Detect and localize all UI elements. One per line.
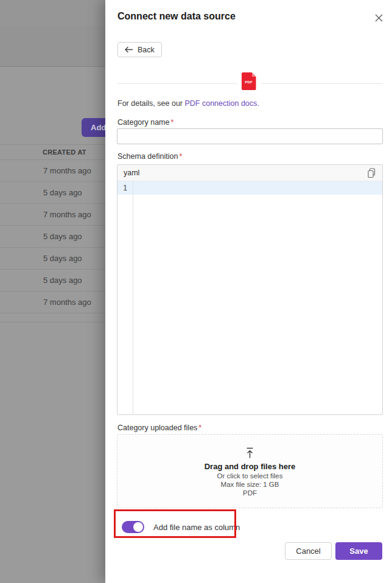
background-topbar — [0, 0, 105, 26]
dropzone-subtitle: Or click to select files — [217, 472, 283, 480]
cancel-button[interactable]: Cancel — [285, 542, 332, 560]
pdf-fold-corner — [252, 72, 256, 77]
back-button-label: Back — [138, 46, 155, 54]
drawer-title: Connect new data source — [117, 11, 236, 22]
add-button: Add — [82, 118, 105, 137]
copy-button[interactable] — [366, 167, 377, 178]
back-button[interactable]: Back — [117, 42, 162, 57]
close-icon — [375, 14, 383, 22]
required-asterisk: * — [179, 152, 182, 161]
background-table: CREATED AT 7 months ago5 days ago7 month… — [0, 144, 105, 323]
uploaded-files-label: Category uploaded files* — [117, 424, 201, 432]
category-name-label: Category name* — [117, 118, 173, 127]
editor-header: yaml — [117, 165, 382, 181]
pdf-docs-link[interactable]: PDF connection docs. — [184, 99, 259, 108]
table-row: 5 days ago — [0, 248, 105, 270]
pdf-file-icon: PDF — [242, 72, 256, 90]
save-button[interactable]: Save — [335, 542, 382, 560]
upload-arrow-icon — [245, 447, 255, 459]
file-dropzone[interactable]: Drag and drop files here Or click to sel… — [117, 434, 383, 508]
editor-active-line — [117, 181, 382, 195]
table-row: 7 months ago — [0, 292, 105, 313]
pdf-icon-label: PDF — [245, 80, 253, 84]
copy-icon — [367, 168, 376, 178]
table-row: 7 months ago — [0, 204, 105, 226]
pdf-icon-wrapper: PDF — [237, 72, 261, 90]
dropzone-allowed-types: PDF — [243, 489, 257, 497]
table-row: 5 days ago — [0, 226, 105, 248]
table-row: 7 months ago — [0, 160, 105, 182]
docs-hint-prefix: For details, see our — [117, 99, 184, 108]
required-asterisk: * — [198, 424, 201, 432]
category-name-input[interactable] — [117, 128, 383, 144]
editor-gutter: 1 — [117, 181, 133, 415]
schema-definition-label: Schema definition* — [117, 152, 182, 161]
table-row: 5 days ago — [0, 182, 105, 204]
docs-hint-text: For details, see our PDF connection docs… — [117, 99, 259, 108]
back-arrow-icon — [125, 46, 133, 53]
schema-code-editor: yaml 1 — [117, 164, 383, 415]
close-button[interactable] — [373, 12, 384, 23]
table-header-created-at: CREATED AT — [0, 144, 105, 160]
required-asterisk: * — [170, 118, 173, 127]
dropzone-max-size: Max file size: 1 GB — [221, 481, 279, 488]
add-filename-toggle[interactable] — [122, 521, 144, 533]
schema-editor-input[interactable]: 1 — [117, 181, 382, 415]
table-row: 5 days ago — [0, 270, 105, 292]
editor-language-label: yaml — [124, 169, 139, 177]
connect-data-source-drawer: Connect new data source Back PDF For det… — [105, 0, 392, 583]
add-filename-toggle-label: Add file name as column — [153, 523, 240, 532]
dropzone-title: Drag and drop files here — [205, 462, 296, 471]
background-page-header — [0, 26, 105, 67]
background-overlay[interactable]: Add CREATED AT 7 months ago5 days ago7 m… — [0, 0, 105, 583]
table-footer-strip — [0, 313, 105, 323]
toggle-knob — [133, 522, 143, 532]
editor-line-number: 1 — [117, 181, 133, 195]
